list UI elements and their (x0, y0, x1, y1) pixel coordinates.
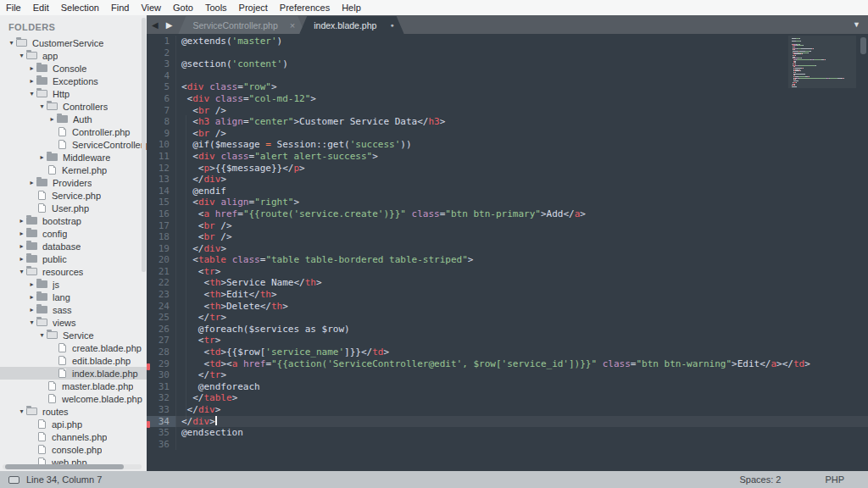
menu-item-help[interactable]: Help (336, 0, 367, 15)
sidebar-item-edit-blade-php[interactable]: edit.blade.php (0, 354, 147, 367)
chevron-down-icon[interactable]: ▾ (17, 49, 26, 62)
sidebar-item-index-blade-php[interactable]: index.blade.php (0, 367, 147, 380)
sidebar-item-sass[interactable]: ▸sass (0, 303, 147, 316)
chevron-down-icon[interactable]: ▾ (27, 87, 36, 100)
sidebar-item-master-blade-php[interactable]: master.blade.php (0, 380, 147, 392)
chevron-right-icon[interactable]: ▸ (37, 151, 47, 164)
sidebar-item-service-php[interactable]: Service.php (0, 189, 147, 202)
code-line-22[interactable]: 22 <th>Service Name</th> (147, 277, 868, 289)
menu-item-view[interactable]: View (135, 0, 167, 15)
sidebar-item-views[interactable]: ▾views (0, 316, 147, 329)
menu-item-file[interactable]: File (0, 0, 27, 15)
code-line-20[interactable]: 20 <table class="table table-bordered ta… (147, 254, 868, 266)
code-line-9[interactable]: 9 <br /> (147, 128, 868, 140)
chevron-right-icon[interactable]: ▸ (27, 303, 36, 316)
chevron-right-icon[interactable]: ▸ (47, 113, 57, 125)
sidebar-item-auth[interactable]: ▸Auth (0, 113, 147, 125)
sidebar-item-console[interactable]: ▸Console (0, 62, 147, 75)
sidebar-item-api-php[interactable]: api.php (0, 418, 147, 430)
code-line-7[interactable]: 7 <br /> (147, 105, 868, 117)
code-line-10[interactable]: 10 @if($message = Session::get('success'… (147, 139, 868, 151)
code-line-19[interactable]: 19 </div> (147, 243, 868, 255)
code-line-18[interactable]: 18 <br /> (147, 231, 868, 243)
sidebar-item-bootstrap[interactable]: ▸bootstrap (0, 214, 147, 227)
chevron-down-icon[interactable]: ▾ (17, 405, 26, 418)
code-line-2[interactable]: 2 (147, 47, 868, 59)
code-line-25[interactable]: 25 </tr> (147, 312, 868, 324)
sidebar-item-exceptions[interactable]: ▸Exceptions (0, 75, 147, 87)
sidebar-item-database[interactable]: ▸database (0, 240, 147, 252)
sidebar-item-app[interactable]: ▾app (0, 49, 147, 62)
chevron-down-icon[interactable]: ▾ (37, 329, 47, 341)
code-line-26[interactable]: 26 @foreach($services as $row) (147, 324, 868, 336)
code-line-33[interactable]: 33 </div> (147, 404, 868, 416)
tab-back-icon[interactable]: ◀ (152, 20, 159, 30)
chevron-right-icon[interactable]: ▸ (27, 278, 36, 291)
code-line-34[interactable]: 34</div> (147, 416, 868, 428)
sidebar-item-channels-php[interactable]: channels.php (0, 430, 147, 443)
sidebar-item-create-blade-php[interactable]: create.blade.php (0, 341, 147, 354)
code-line-8[interactable]: 8 <h3 align="center">Customer Service Da… (147, 116, 868, 128)
status-panel-icon[interactable] (8, 476, 19, 484)
sidebar-vertical-scrollbar[interactable] (142, 18, 146, 272)
chevron-right-icon[interactable]: ▸ (27, 176, 36, 189)
sidebar-horizontal-scrollbar[interactable] (3, 464, 142, 469)
code-line-3[interactable]: 3@section('content') (147, 58, 868, 70)
sidebar-item-servicecontroller-php[interactable]: ServiceController.php (0, 138, 147, 151)
menu-item-selection[interactable]: Selection (55, 0, 105, 15)
sidebar-item-lang[interactable]: ▸lang (0, 291, 147, 303)
sidebar-item-welcome-blade-php[interactable]: welcome.blade.php (0, 392, 147, 405)
chevron-right-icon[interactable]: ▸ (17, 252, 26, 265)
editor-vertical-scrollbar-thumb[interactable] (860, 37, 866, 54)
code-area[interactable]: 1@extends('master')23@section('content')… (147, 36, 868, 450)
chevron-right-icon[interactable]: ▸ (27, 62, 36, 75)
sidebar-horizontal-scrollbar-thumb[interactable] (5, 464, 124, 469)
code-line-35[interactable]: 35@endsection (147, 427, 868, 439)
sidebar-item-resources[interactable]: ▾resources (0, 265, 147, 278)
sidebar-item-user-php[interactable]: User.php (0, 202, 147, 214)
sidebar-item-customerservice[interactable]: ▾CustomerService (0, 36, 147, 49)
sidebar-item-public[interactable]: ▸public (0, 252, 147, 265)
menu-item-goto[interactable]: Goto (167, 0, 199, 15)
tab-overflow-icon[interactable]: ▼ (845, 20, 868, 29)
menu-item-project[interactable]: Project (233, 0, 274, 15)
code-line-29[interactable]: 29 <td><a href="{{action('ServiceControl… (147, 358, 868, 370)
menu-item-tools[interactable]: Tools (199, 0, 233, 15)
code-line-11[interactable]: 11 <div class="alert alert-success"> (147, 151, 868, 163)
chevron-right-icon[interactable]: ▸ (17, 227, 26, 240)
chevron-down-icon[interactable]: ▾ (17, 265, 26, 278)
code-line-32[interactable]: 32 </table> (147, 392, 868, 404)
code-line-5[interactable]: 5<div class="row"> (147, 81, 868, 93)
sidebar-item-console-php[interactable]: console.php (0, 443, 147, 456)
minimap[interactable] (788, 36, 856, 88)
code-line-23[interactable]: 23 <th>Edit</th> (147, 289, 868, 301)
sidebar-item-kernel-php[interactable]: Kernel.php (0, 164, 147, 176)
code-line-13[interactable]: 13 </div> (147, 174, 868, 186)
code-line-27[interactable]: 27 <tr> (147, 335, 868, 347)
code-line-24[interactable]: 24 <th>Delete</th> (147, 301, 868, 313)
syntax-setting[interactable]: PHP (825, 474, 844, 485)
chevron-right-icon[interactable]: ▸ (17, 240, 26, 252)
close-icon[interactable]: × (290, 21, 295, 30)
sidebar-item-service[interactable]: ▾Service (0, 329, 147, 341)
tab-forward-icon[interactable]: ▶ (166, 20, 173, 30)
tab-servicecontroller-php[interactable]: ServiceController.php× (178, 16, 305, 34)
editor[interactable]: 1@extends('master')23@section('content')… (147, 34, 868, 471)
sidebar-item-http[interactable]: ▾Http (0, 87, 147, 100)
menu-item-edit[interactable]: Edit (27, 0, 55, 15)
chevron-right-icon[interactable]: ▸ (17, 214, 26, 227)
code-line-15[interactable]: 15 <div align="right"> (147, 197, 868, 208)
menu-item-preferences[interactable]: Preferences (274, 0, 336, 15)
code-line-21[interactable]: 21 <tr> (147, 266, 868, 278)
code-line-17[interactable]: 17 <br /> (147, 220, 868, 232)
sidebar-item-controllers[interactable]: ▾Controllers (0, 100, 147, 113)
sidebar-item-middleware[interactable]: ▸Middleware (0, 151, 147, 164)
code-line-28[interactable]: 28 <td>{{$row['service_name']}}</td> (147, 347, 868, 358)
chevron-right-icon[interactable]: ▸ (27, 291, 36, 303)
code-line-6[interactable]: 6 <div class="col-md-12"> (147, 93, 868, 105)
chevron-down-icon[interactable]: ▾ (7, 36, 16, 49)
code-line-30[interactable]: 30 </tr> (147, 369, 868, 381)
sidebar-item-providers[interactable]: ▸Providers (0, 176, 147, 189)
chevron-down-icon[interactable]: ▾ (37, 100, 47, 113)
menu-item-find[interactable]: Find (105, 0, 135, 15)
